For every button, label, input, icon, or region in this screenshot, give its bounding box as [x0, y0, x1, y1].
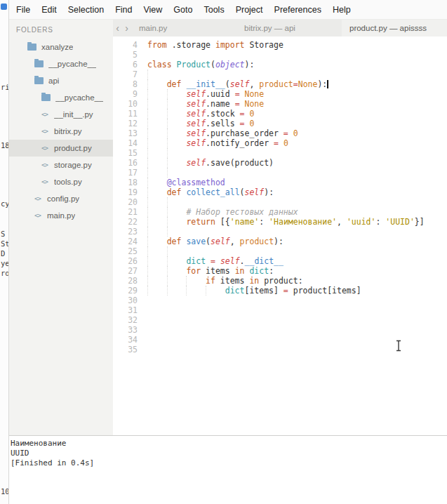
sidebar-item-xanalyze[interactable]: xanalyze: [9, 39, 113, 55]
line-number[interactable]: 31: [113, 305, 138, 315]
code-text[interactable]: [138, 168, 186, 178]
code-line[interactable]: 32: [113, 315, 447, 325]
line-number[interactable]: 28: [113, 276, 138, 286]
code-text[interactable]: self.uuid = None: [138, 89, 264, 99]
line-number[interactable]: 19: [113, 187, 138, 197]
code-text[interactable]: [138, 50, 147, 60]
code-line[interactable]: 11self.stock = 0: [113, 109, 447, 119]
line-number[interactable]: 20: [113, 197, 138, 207]
line-number[interactable]: 27: [113, 266, 138, 276]
menu-goto[interactable]: Goto: [168, 1, 198, 18]
code-line[interactable]: 20: [113, 197, 447, 207]
sidebar-item-bitrix.py[interactable]: <>bitrix.py: [9, 123, 113, 140]
line-number[interactable]: 32: [113, 315, 138, 325]
code-text[interactable]: self.stock = 0: [138, 109, 254, 119]
line-number[interactable]: 26: [113, 256, 138, 266]
code-line[interactable]: 15: [113, 148, 447, 158]
code-line[interactable]: 16self.save(product): [113, 158, 447, 168]
sidebar-item-main.py[interactable]: <>main.py: [9, 207, 113, 224]
line-number[interactable]: 5: [113, 50, 138, 60]
code-line[interactable]: 33: [113, 325, 447, 335]
menu-find[interactable]: Find: [109, 1, 138, 18]
tab-product.py[interactable]: product.py — apissss: [342, 20, 447, 37]
menu-file[interactable]: File: [11, 1, 36, 18]
code-text[interactable]: def __init__(self, product=None):: [138, 79, 328, 89]
code-line[interactable]: 12self.sells = 0: [113, 119, 447, 128]
code-line[interactable]: 8def __init__(self, product=None):: [113, 79, 447, 89]
code-line[interactable]: 29dict[items] = product[items]: [113, 286, 447, 296]
line-number[interactable]: 29: [113, 286, 138, 296]
sidebar-item-config.py[interactable]: <>config.py: [9, 190, 113, 207]
code-text[interactable]: def save(self, product):: [138, 237, 283, 246]
code-text[interactable]: class Product(object):: [138, 60, 254, 69]
code-line[interactable]: 7: [113, 69, 447, 79]
line-number[interactable]: 13: [113, 128, 138, 138]
code-line[interactable]: 10self.name = None: [113, 99, 447, 109]
line-number[interactable]: 9: [113, 89, 138, 99]
code-text[interactable]: [138, 227, 186, 237]
code-text[interactable]: def collect_all(self):: [138, 187, 274, 197]
line-number[interactable]: 25: [113, 246, 138, 256]
menu-help[interactable]: Help: [327, 1, 356, 18]
code-text[interactable]: from .storage import Storage: [138, 40, 283, 50]
code-text[interactable]: for items in dict:: [138, 266, 274, 276]
menu-preferences[interactable]: Preferences: [269, 1, 327, 18]
code-line[interactable]: 28if items in product:: [113, 276, 447, 286]
line-number[interactable]: 15: [113, 148, 138, 158]
sidebar-item-tools.py[interactable]: <>tools.py: [9, 173, 113, 190]
line-number[interactable]: 8: [113, 79, 138, 89]
code-text[interactable]: self.purchase_order = 0: [138, 128, 298, 138]
code-line[interactable]: 27for items in dict:: [113, 266, 447, 276]
line-number[interactable]: 14: [113, 138, 138, 148]
line-number[interactable]: 22: [113, 217, 138, 227]
sidebar-item--init-.py[interactable]: <>__init__.py: [9, 106, 113, 123]
menu-view[interactable]: View: [138, 1, 168, 18]
code-line[interactable]: 13self.purchase_order = 0: [113, 128, 447, 138]
code-line[interactable]: 21# Набор тестовых данных: [113, 207, 447, 217]
code-text[interactable]: [138, 197, 186, 207]
code-line[interactable]: 26dict = self.__dict__: [113, 256, 447, 266]
code-line[interactable]: 5: [113, 50, 447, 60]
code-text[interactable]: self.notify_order = 0: [138, 138, 288, 148]
code-line[interactable]: 19def collect_all(self):: [113, 187, 447, 197]
code-line[interactable]: 6class Product(object):: [113, 60, 447, 69]
menu-edit[interactable]: Edit: [36, 1, 62, 18]
sidebar-item-api[interactable]: api: [9, 72, 113, 89]
code-text[interactable]: [138, 246, 186, 256]
tab-scroll-right-button[interactable]: ›: [122, 20, 131, 37]
code-text[interactable]: dict = self.__dict__: [138, 256, 283, 266]
code-text[interactable]: [138, 315, 147, 325]
line-number[interactable]: 23: [113, 227, 138, 237]
code-text[interactable]: if items in product:: [138, 276, 303, 286]
sidebar-item--pycache-[interactable]: __pycache__: [9, 55, 113, 72]
code-text[interactable]: dict[items] = product[items]: [138, 286, 361, 296]
sidebar-item-storage.py[interactable]: <>storage.py: [9, 157, 113, 173]
line-number[interactable]: 11: [113, 109, 138, 119]
code-line[interactable]: 22return [{'name': 'Наименование', 'uuid…: [113, 217, 447, 227]
code-line[interactable]: 31: [113, 305, 447, 315]
code-line[interactable]: 30: [113, 296, 447, 305]
tab-bitrix.py[interactable]: bitrix.py — api: [236, 20, 342, 37]
menu-project[interactable]: Project: [230, 1, 269, 18]
sidebar-item-product.py[interactable]: <>product.py: [9, 140, 113, 157]
code-text[interactable]: self.sells = 0: [138, 119, 254, 128]
code-line[interactable]: 4from .storage import Storage: [113, 40, 447, 50]
line-number[interactable]: 12: [113, 119, 138, 128]
line-number[interactable]: 10: [113, 99, 138, 109]
code-line[interactable]: 23: [113, 227, 447, 237]
line-number[interactable]: 33: [113, 325, 138, 335]
line-number[interactable]: 24: [113, 237, 138, 246]
code-text[interactable]: [138, 325, 147, 335]
line-number[interactable]: 17: [113, 168, 138, 178]
menu-tools[interactable]: Tools: [198, 1, 229, 18]
code-line[interactable]: 24def save(self, product):: [113, 237, 447, 246]
code-text[interactable]: # Набор тестовых данных: [138, 207, 298, 217]
code-text[interactable]: [138, 69, 167, 79]
code-text[interactable]: [138, 335, 147, 345]
code-text[interactable]: [138, 305, 147, 315]
sidebar-item--pycache-[interactable]: __pycache__: [9, 89, 113, 106]
code-text[interactable]: [138, 296, 147, 305]
tab-scroll-left-button[interactable]: ‹: [113, 20, 122, 37]
tab-main.py[interactable]: main.py: [131, 20, 236, 37]
line-number[interactable]: 7: [113, 69, 138, 79]
